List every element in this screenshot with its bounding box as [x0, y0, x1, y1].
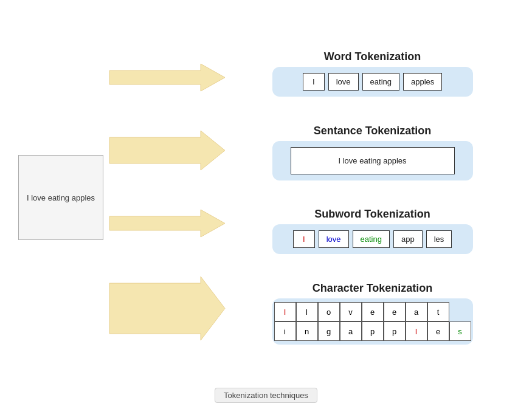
sentence-token-box: I love eating apples [291, 147, 455, 174]
svg-marker-2 [109, 210, 225, 237]
arrow-4 [109, 273, 225, 340]
char-g: g [318, 321, 340, 341]
char-row-2: i n g a p p l e s [274, 321, 471, 341]
arrow-1 [109, 61, 225, 94]
character-token-container: I l o v e e a t i n g [272, 298, 473, 345]
char-l: l [296, 302, 318, 321]
subword-tokenization-title: Subword Tokenization [314, 208, 430, 221]
word-token-container: I love eating apples [272, 67, 473, 97]
character-tokenization-title: Character Tokenization [313, 282, 433, 295]
arrows-column [109, 40, 225, 356]
char-s: s [449, 321, 471, 341]
subword-tokenization-section: Subword Tokenization I love eating app l… [231, 208, 514, 254]
sentence-tokenization-section: Sentance Tokenization I love eating appl… [231, 125, 514, 180]
char-e3: e [427, 321, 449, 341]
svg-marker-0 [109, 64, 225, 91]
char-p2: p [384, 321, 406, 341]
arrow-3 [109, 207, 225, 240]
subword-token-row: I love eating app les [293, 230, 452, 248]
sentence-tokenization-title: Sentance Tokenization [314, 125, 432, 137]
caption: Tokenization techniques [215, 388, 317, 403]
sentence-text: I love eating apples [338, 156, 406, 165]
char-p1: p [362, 321, 384, 341]
subword-token-love: love [319, 230, 349, 248]
char-grid: I l o v e e a t i n g [274, 302, 471, 341]
main-content: I love eating apples W [0, 12, 532, 383]
sentence-token-container: I love eating apples [272, 141, 473, 180]
char-a: a [406, 302, 427, 321]
subword-token-app: app [393, 230, 423, 248]
svg-marker-1 [109, 131, 225, 170]
subword-token-eating: eating [353, 230, 390, 248]
word-token-eating: eating [362, 73, 399, 91]
char-i: i [274, 321, 296, 341]
char-l2: l [406, 321, 427, 341]
char-a2: a [340, 321, 362, 341]
arrow-2 [109, 128, 225, 173]
word-tokenization-section: Word Tokenization I love eating apples [231, 50, 514, 97]
character-tokenization-section: Character Tokenization I l o v e e a t [231, 282, 514, 345]
subword-token-I: I [293, 230, 315, 248]
char-row-1: I l o v e e a t [274, 302, 471, 321]
svg-marker-3 [109, 277, 225, 340]
char-o: o [318, 302, 340, 321]
char-v: v [340, 302, 362, 321]
source-text: I love eating apples [27, 193, 95, 202]
word-token-row: I love eating apples [303, 73, 443, 91]
char-I: I [274, 302, 296, 321]
char-t: t [427, 302, 449, 321]
word-token-apples: apples [403, 73, 442, 91]
right-column: Word Tokenization I love eating apples S… [225, 36, 514, 359]
source-box: I love eating apples [18, 155, 103, 240]
subword-token-container: I love eating app les [272, 224, 473, 254]
char-e2: e [384, 302, 406, 321]
subword-token-les: les [426, 230, 452, 248]
word-tokenization-title: Word Tokenization [324, 50, 421, 63]
char-n: n [296, 321, 318, 341]
word-token-I: I [303, 73, 325, 91]
page-wrapper: I love eating apples W [0, 0, 532, 409]
char-e1: e [362, 302, 384, 321]
word-token-love: love [328, 73, 359, 91]
